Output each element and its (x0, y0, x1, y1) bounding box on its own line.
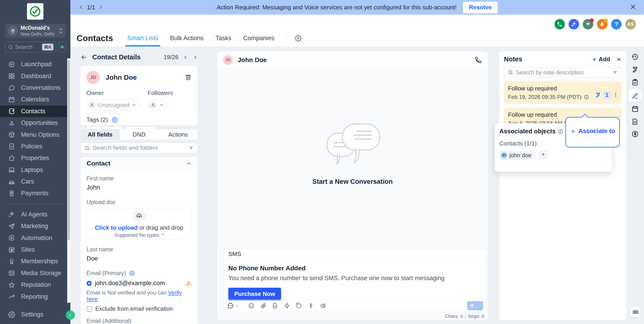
exclude-verification-checkbox[interactable] (86, 306, 92, 312)
filter-icon[interactable] (612, 70, 618, 75)
first-name-label: First name (86, 175, 192, 182)
upload-dropzone[interactable]: Click to upload or drag and drop Support… (86, 208, 192, 239)
ai-assistant-button[interactable] (568, 19, 579, 29)
sidebar-collapse-button[interactable] (66, 311, 75, 320)
sms-tab[interactable]: SMS (228, 251, 241, 258)
associated-contact-chip[interactable]: JD john doe (499, 151, 534, 160)
filter-icon[interactable] (188, 145, 194, 151)
sidebar-item-ai-agents[interactable]: AI Agents (0, 209, 70, 220)
click-to-upload-link[interactable]: Click to upload (95, 224, 138, 231)
trigger-links-icon[interactable] (284, 303, 290, 309)
notes-icon-active[interactable] (629, 89, 642, 102)
collapse-section-icon[interactable] (186, 161, 192, 166)
keyboard-shortcuts-button[interactable] (630, 307, 641, 317)
help-button[interactable]: ? (611, 19, 622, 29)
tab-smart-lists[interactable]: Smart Lists (127, 35, 158, 45)
sidebar-search[interactable]: ⌘K (5, 41, 56, 52)
tab-all-fields[interactable]: All fields (81, 129, 120, 140)
sidebar-item-policies[interactable]: Policies (0, 141, 70, 152)
sidebar-search-input[interactable] (15, 44, 40, 50)
appointments-icon[interactable] (632, 105, 639, 113)
tab-tasks[interactable]: Tasks (216, 35, 231, 45)
sidebar-item-calendars[interactable]: Calendars (0, 94, 70, 105)
tab-companies[interactable]: Companies (243, 35, 274, 45)
sidebar-item-reputation[interactable]: Reputation (0, 279, 70, 291)
documents-icon[interactable] (632, 118, 639, 125)
sidebar-item-cars[interactable]: Cars (0, 176, 70, 187)
send-button[interactable] (467, 301, 483, 310)
association-icon[interactable] (595, 92, 601, 98)
associations-icon[interactable] (632, 66, 639, 73)
sidebar-item-menu-options[interactable]: Menu Options (0, 129, 70, 140)
tab-bulk-actions[interactable]: Bulk Actions (170, 35, 204, 45)
sidebar-item-memberships[interactable]: Memberships (0, 256, 70, 267)
tasks-icon[interactable] (632, 79, 639, 86)
clear-message-icon[interactable] (320, 303, 326, 309)
prev-contact-icon[interactable] (183, 55, 188, 60)
followers-select[interactable] (148, 100, 168, 110)
call-icon[interactable] (475, 56, 482, 64)
last-name-value[interactable]: Doe (86, 255, 192, 262)
person-icon (88, 101, 96, 109)
fields-search-input[interactable] (92, 144, 186, 151)
sidebar-item-media-storage[interactable]: Media Storage (0, 267, 70, 279)
association-count-badge[interactable]: 1 (603, 91, 611, 99)
note-menu-icon[interactable] (613, 92, 618, 98)
sidebar-item-marketing[interactable]: Marketing (0, 220, 70, 232)
channel-selector[interactable] (227, 302, 239, 309)
email-primary-radio[interactable] (86, 281, 92, 286)
trend-up-icon (8, 293, 15, 300)
activity-history-icon[interactable] (632, 53, 639, 60)
associate-to-button[interactable]: Associate to (566, 128, 619, 135)
sidebar-item-settings[interactable]: Settings (0, 309, 70, 320)
payments-icon[interactable] (632, 130, 639, 138)
account-switcher[interactable]: McDonald's New Delhi, Delhi (5, 24, 66, 38)
sidebar-item-reporting[interactable]: Reporting (0, 291, 70, 302)
banner-close-icon[interactable] (629, 3, 637, 10)
sidebar-item-opportunities[interactable]: Opportunities (0, 117, 70, 129)
fields-search[interactable] (80, 142, 198, 153)
quick-actions-button[interactable] (58, 41, 66, 52)
templates-icon[interactable] (272, 303, 278, 309)
sidebar-item-sites[interactable]: Sites (0, 244, 70, 256)
owner-select[interactable]: Unassigned (86, 100, 140, 110)
next-contact-icon[interactable] (193, 55, 198, 60)
sidebar-item-conversations[interactable]: Conversations (0, 82, 70, 94)
phone-dialer-button[interactable] (554, 19, 565, 29)
payment-request-icon[interactable] (308, 303, 314, 309)
attachment-icon[interactable] (260, 303, 266, 309)
purchase-now-button[interactable]: Purchase Now (228, 288, 281, 300)
add-note-button[interactable]: Add (592, 56, 610, 63)
emoji-icon[interactable] (248, 303, 254, 309)
resolve-button[interactable]: Resolve (463, 1, 498, 13)
add-email-icon[interactable] (129, 270, 135, 276)
email-primary-value[interactable]: john.doe3@example.com (95, 280, 165, 287)
settings-gear-icon[interactable] (295, 35, 302, 42)
announcements-button[interactable] (583, 19, 593, 29)
notes-search[interactable] (504, 67, 622, 78)
first-name-value[interactable]: John (86, 184, 192, 191)
notifications-button[interactable] (597, 19, 608, 29)
sidebar-item-contacts[interactable]: Contacts (0, 105, 70, 117)
add-association-chip[interactable]: + (538, 150, 548, 159)
sidebar-item-dashboard[interactable]: Dashboard (0, 70, 70, 82)
tag-icon[interactable] (296, 303, 302, 309)
delete-contact-icon[interactable] (185, 74, 192, 81)
tab-dnd[interactable]: DND (120, 129, 159, 140)
notes-search-input[interactable] (516, 69, 610, 76)
sidebar-item-launchpad[interactable]: Launchpad (0, 58, 70, 70)
sidebar-item-properties[interactable]: Properties (0, 152, 70, 164)
sidebar-item-payments[interactable]: Payments (0, 187, 70, 199)
close-notes-icon[interactable] (616, 57, 622, 62)
chevron-right-icon[interactable] (98, 5, 103, 10)
sidebar-item-automation[interactable]: Automation (0, 232, 70, 244)
chevron-left-icon[interactable] (78, 5, 84, 10)
add-tag-icon[interactable] (112, 117, 118, 123)
scrollbar-thumb[interactable] (68, 60, 70, 240)
tab-actions[interactable]: Actions (158, 129, 198, 140)
note-card[interactable]: Follow up required Feb 19, 2026 09:35 PM… (504, 81, 622, 104)
sidebar-item-laptops[interactable]: Laptops (0, 164, 70, 176)
sidebar-scrollbar[interactable] (67, 58, 70, 303)
user-avatar[interactable]: AS (625, 19, 636, 29)
back-arrow-icon[interactable] (80, 54, 87, 61)
